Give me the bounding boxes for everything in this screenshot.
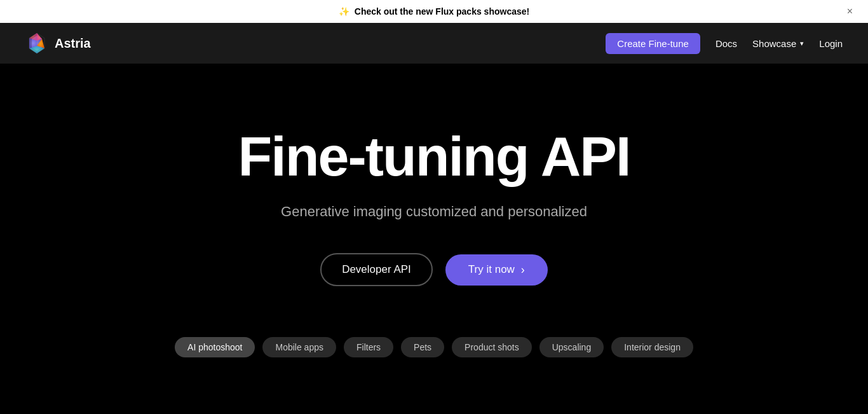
tag-item[interactable]: Filters	[344, 337, 393, 357]
login-link[interactable]: Login	[819, 38, 843, 49]
showcase-label: Showcase	[752, 38, 796, 49]
hero-subtitle: Generative imaging customized and person…	[281, 204, 587, 220]
brand-name: Astria	[55, 36, 91, 51]
tag-item[interactable]: Product shots	[452, 337, 532, 357]
brand-logo-link[interactable]: Astria	[25, 32, 91, 55]
navbar: Astria Create Fine-tune Docs Showcase ▾ …	[0, 23, 868, 64]
navbar-nav: Create Fine-tune Docs Showcase ▾ Login	[606, 33, 843, 54]
hero-buttons: Developer API Try it now ›	[320, 253, 548, 286]
tag-item[interactable]: AI photoshoot	[175, 337, 255, 357]
arrow-icon: ›	[521, 263, 525, 277]
developer-api-button[interactable]: Developer API	[320, 253, 433, 286]
logo-icon	[25, 32, 48, 55]
announcement-text: Check out the new Flux packs showcase!	[355, 6, 529, 17]
tag-item[interactable]: Interior design	[611, 337, 693, 357]
try-it-now-label: Try it now	[468, 263, 515, 276]
announcement-banner: ✨ Check out the new Flux packs showcase!…	[0, 0, 868, 23]
announcement-emoji: ✨	[339, 6, 349, 17]
docs-link[interactable]: Docs	[715, 38, 737, 49]
tag-item[interactable]: Upscaling	[539, 337, 604, 357]
tag-item[interactable]: Mobile apps	[262, 337, 336, 357]
chevron-down-icon: ▾	[800, 39, 804, 48]
create-fine-tune-button[interactable]: Create Fine-tune	[606, 33, 700, 54]
hero-section: Fine-tuning API Generative imaging custo…	[0, 64, 868, 337]
close-announcement-button[interactable]: ×	[844, 6, 855, 17]
try-it-now-button[interactable]: Try it now ›	[445, 254, 548, 286]
tag-item[interactable]: Pets	[401, 337, 444, 357]
hero-title: Fine-tuning API	[238, 127, 630, 186]
showcase-dropdown-button[interactable]: Showcase ▾	[752, 38, 804, 49]
tags-section: AI photoshootMobile appsFiltersPetsProdu…	[0, 337, 868, 370]
